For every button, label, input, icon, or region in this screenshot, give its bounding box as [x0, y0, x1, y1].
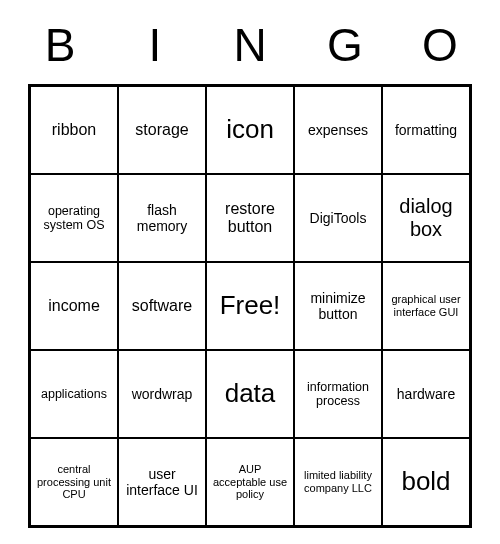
bingo-cell[interactable]: AUP acceptable use policy	[206, 438, 294, 526]
bingo-cell[interactable]: DigiTools	[294, 174, 382, 262]
bingo-cell[interactable]: limited liability company LLC	[294, 438, 382, 526]
bingo-cell[interactable]: central processing unit CPU	[30, 438, 118, 526]
bingo-cell[interactable]: restore button	[206, 174, 294, 262]
bingo-cell[interactable]: dialog box	[382, 174, 470, 262]
bingo-cell[interactable]: minimize button	[294, 262, 382, 350]
bingo-cell[interactable]: bold	[382, 438, 470, 526]
bingo-cell[interactable]: data	[206, 350, 294, 438]
bingo-cell[interactable]: hardware	[382, 350, 470, 438]
header-letter-o: O	[420, 18, 460, 72]
bingo-cell[interactable]: storage	[118, 86, 206, 174]
bingo-cell-free[interactable]: Free!	[206, 262, 294, 350]
bingo-cell[interactable]: ribbon	[30, 86, 118, 174]
bingo-cell[interactable]: user interface UI	[118, 438, 206, 526]
bingo-cell[interactable]: graphical user interface GUI	[382, 262, 470, 350]
bingo-cell[interactable]: information process	[294, 350, 382, 438]
header-letter-n: N	[230, 18, 270, 72]
bingo-cell[interactable]: applications	[30, 350, 118, 438]
bingo-cell[interactable]: flash memory	[118, 174, 206, 262]
bingo-cell[interactable]: formatting	[382, 86, 470, 174]
bingo-cell[interactable]: wordwrap	[118, 350, 206, 438]
header-letter-b: B	[40, 18, 80, 72]
bingo-header: B I N G O	[40, 0, 460, 84]
header-letter-g: G	[325, 18, 365, 72]
bingo-cell[interactable]: income	[30, 262, 118, 350]
bingo-cell[interactable]: expenses	[294, 86, 382, 174]
header-letter-i: I	[135, 18, 175, 72]
bingo-grid: ribbon storage icon expenses formatting …	[28, 84, 472, 528]
bingo-cell[interactable]: icon	[206, 86, 294, 174]
bingo-cell[interactable]: operating system OS	[30, 174, 118, 262]
bingo-cell[interactable]: software	[118, 262, 206, 350]
